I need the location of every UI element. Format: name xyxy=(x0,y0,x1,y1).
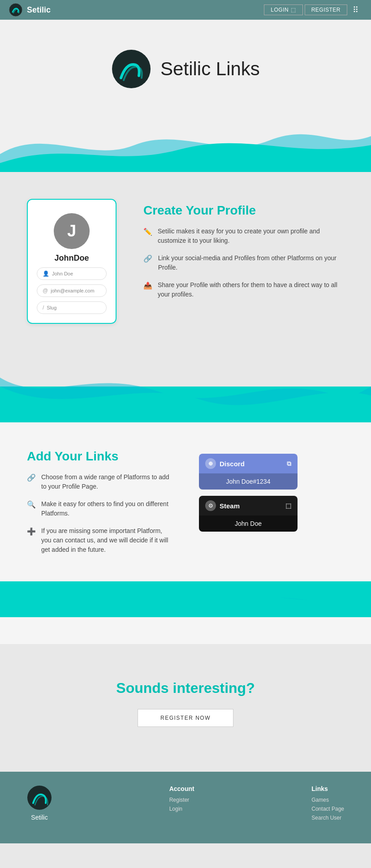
footer-logo-icon xyxy=(27,785,52,810)
feature-item-2: 🔗 Link your social-media and Profiles fr… xyxy=(143,254,344,272)
profile-username: JohnDoe xyxy=(54,254,89,263)
footer-contact-link[interactable]: Contact Page xyxy=(311,806,344,812)
profile-section-title: Create Your Profile xyxy=(143,203,344,218)
share-icon: 📤 xyxy=(143,281,151,290)
profile-field-slug: / Slug xyxy=(37,301,107,314)
links-search-icon: 🔍 xyxy=(27,500,35,509)
footer-links-col: Links Games Contact Page Search User xyxy=(311,785,344,821)
footer-account-col: Account Register Login xyxy=(169,785,194,812)
navbar: Setilic LOGIN ⬚ REGISTER ⠿ xyxy=(0,0,371,20)
links-link-icon: 🔗 xyxy=(27,473,35,482)
links-feature-2: 🔍 Make it easy for others to find you on… xyxy=(27,499,172,518)
cta-button-label: REGISTER NOW xyxy=(160,715,211,721)
navbar-logo-icon xyxy=(9,3,22,17)
edit-icon: ✏️ xyxy=(143,228,151,236)
footer-links-title: Links xyxy=(311,785,344,792)
wave-divider-2 xyxy=(0,360,371,422)
discord-header: ⊕ Discord ⧉ xyxy=(199,454,298,473)
hero-content: Setilic Links xyxy=(111,49,260,89)
navbar-brand-label: Setilic xyxy=(27,5,51,15)
field-email-value: john@example.com xyxy=(51,288,94,293)
discord-platform-name: Discord xyxy=(220,460,245,468)
hero-section: Setilic Links xyxy=(0,20,371,118)
steam-icon: ⊙ xyxy=(205,500,216,511)
links-features-list: 🔗 Choose from a wide range of Platforms … xyxy=(27,473,172,554)
navbar-brand: Setilic xyxy=(9,3,51,17)
wave-svg-3 xyxy=(0,581,371,644)
links-feature-text-1: Choose from a wide range of Platforms to… xyxy=(41,473,172,491)
links-feature-text-2: Make it easy for others to find you on d… xyxy=(41,499,172,518)
links-feature-1: 🔗 Choose from a wide range of Platforms … xyxy=(27,473,172,491)
feature-text-2: Link your social-media and Profiles from… xyxy=(158,254,344,272)
cta-register-button[interactable]: REGISTER NOW xyxy=(138,709,233,727)
footer-games-link[interactable]: Games xyxy=(311,797,344,803)
wave-divider-3 xyxy=(0,581,371,644)
login-label: LOGIN xyxy=(271,7,289,13)
navbar-actions: LOGIN ⬚ REGISTER ⠿ xyxy=(264,3,362,17)
field-slug-value: Slug xyxy=(47,305,56,310)
links-feature-3: ➕ If you are missing some important Plat… xyxy=(27,526,172,554)
wave-divider-1 xyxy=(0,118,371,172)
steam-value: John Doe xyxy=(199,516,298,532)
platform-cards: ⊕ Discord ⧉ John Doe#1234 ⊙ Steam ⬚ John… xyxy=(199,449,344,532)
footer-brand: Setilic xyxy=(27,785,52,821)
profile-field-name: 👤 John Doe xyxy=(37,267,107,280)
links-feature-text-3: If you are missing some important Platfo… xyxy=(41,526,172,554)
discord-card: ⊕ Discord ⧉ John Doe#1234 xyxy=(199,454,298,490)
email-icon: @ xyxy=(43,288,48,294)
links-plus-icon: ➕ xyxy=(27,527,35,536)
discord-header-left: ⊕ Discord xyxy=(205,458,245,469)
steam-header: ⊙ Steam ⬚ xyxy=(199,496,298,516)
person-icon: 👤 xyxy=(43,271,49,277)
steam-platform-name: Steam xyxy=(220,502,240,510)
steam-external-icon[interactable]: ⬚ xyxy=(285,502,291,509)
footer-search-link[interactable]: Search User xyxy=(311,815,344,821)
register-label: REGISTER xyxy=(311,7,341,13)
wave-svg-2 xyxy=(0,360,371,422)
discord-icon: ⊕ xyxy=(205,458,216,469)
footer-register-link[interactable]: Register xyxy=(169,797,194,803)
profile-card: J JohnDoe 👤 John Doe @ john@example.com … xyxy=(27,199,116,324)
steam-card: ⊙ Steam ⬚ John Doe xyxy=(199,496,298,532)
login-button[interactable]: LOGIN ⬚ xyxy=(264,4,302,15)
footer-brand-label: Setilic xyxy=(31,814,47,821)
profile-field-email: @ john@example.com xyxy=(37,284,107,297)
profile-avatar: J xyxy=(54,213,90,249)
footer-account-title: Account xyxy=(169,785,194,792)
footer-login-link[interactable]: Login xyxy=(169,806,194,812)
cta-section: Sounds interesting? REGISTER NOW xyxy=(0,644,371,772)
register-button[interactable]: REGISTER xyxy=(305,4,347,15)
profile-features-list: ✏️ Setilic makes it easy for you to crea… xyxy=(143,227,344,299)
feature-item-3: 📤 Share your Profile with others for the… xyxy=(143,280,344,299)
profile-section: J JohnDoe 👤 John Doe @ john@example.com … xyxy=(0,172,371,360)
cta-title: Sounds interesting? xyxy=(116,680,255,696)
slug-icon: / xyxy=(43,305,44,311)
field-name-value: John Doe xyxy=(52,271,73,276)
feature-text-3: Share your Profile with others for them … xyxy=(158,280,344,299)
hero-title: Setilic Links xyxy=(160,58,260,80)
link-icon: 🔗 xyxy=(143,254,152,263)
links-section-title: Add Your Links xyxy=(27,449,172,464)
footer: Setilic Account Register Login Links Gam… xyxy=(0,772,371,843)
links-info: Add Your Links 🔗 Choose from a wide rang… xyxy=(27,449,172,554)
wave-svg-1 xyxy=(0,118,371,172)
discord-value: John Doe#1234 xyxy=(199,473,298,490)
discord-copy-icon[interactable]: ⧉ xyxy=(287,460,291,468)
hero-logo-icon xyxy=(111,49,151,89)
profile-info: Create Your Profile ✏️ Setilic makes it … xyxy=(143,199,344,299)
login-icon: ⬚ xyxy=(291,7,296,13)
steam-header-left: ⊙ Steam xyxy=(205,500,240,511)
feature-text-1: Setilic makes it easy for you to create … xyxy=(158,227,344,245)
links-section: Add Your Links 🔗 Choose from a wide rang… xyxy=(0,422,371,581)
feature-item-1: ✏️ Setilic makes it easy for you to crea… xyxy=(143,227,344,245)
grid-icon[interactable]: ⠿ xyxy=(349,3,362,17)
